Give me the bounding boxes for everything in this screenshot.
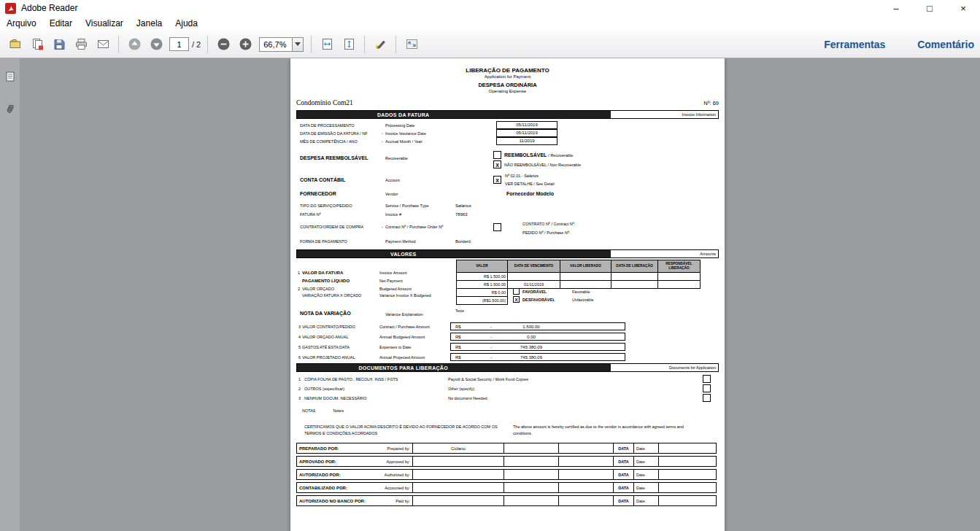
ferramentas-button[interactable]: Ferramentas [824, 39, 885, 50]
close-button[interactable]: × [946, 0, 980, 16]
accounted-by-row: CONTABILIZADO POR:Accounted by: DATA Dat… [296, 482, 719, 493]
comentario-button[interactable]: Comentário [917, 39, 974, 50]
email-button[interactable] [93, 34, 113, 55]
document-row-payroll: 1 CÓPIA FOLHA DE PAGTO., RECOLH. INSS / … [296, 374, 719, 384]
fit-page-icon [342, 37, 356, 51]
maximize-button[interactable]: □ [913, 0, 946, 16]
sign-pen-icon [374, 37, 387, 51]
accrual-month-row: MÊS DE COMPETÊNCIA / ANO - Accrual Month… [296, 137, 719, 145]
menu-ajuda[interactable]: Ajuda [169, 18, 204, 28]
zoom-dropdown-button[interactable] [292, 38, 303, 51]
navigation-pane-strip [0, 58, 20, 531]
no-document-checkbox [703, 394, 711, 402]
prepared-by-name: Ciclano [413, 443, 504, 454]
menu-editar[interactable]: Editar [43, 18, 79, 28]
annual-budget-row: 4 VALOR ORÇADO ANUAL Annual Budgeted Amo… [296, 333, 719, 341]
attachments-panel-button[interactable] [0, 98, 20, 120]
pdf-copy-icon [31, 37, 45, 51]
previous-page-button[interactable] [124, 34, 144, 55]
envelope-icon [96, 37, 110, 51]
zoom-level-combo[interactable]: 66,7% [259, 37, 304, 52]
accrual-month-value: 11/2019 [496, 137, 557, 145]
approved-by-row: APROVADO POR:Approved by: DATA Date: [296, 456, 719, 467]
payment-method-value: Borderô [455, 239, 471, 244]
toolbar-separator [311, 36, 312, 53]
pdf-copy-button[interactable] [27, 34, 47, 55]
toolbar-separator [207, 36, 208, 53]
budgeted-amount-value: R$ 0,00 [457, 289, 508, 297]
toolbar: / 2 66,7% Ferramentas Comentário [0, 31, 980, 58]
notes-row: NOTAS Notes [296, 407, 719, 414]
favoravel-checkbox [513, 288, 520, 295]
prepared-by-row: PREPARADO POR:Prepared by: Ciclano DATA … [296, 443, 719, 454]
document-area: LIBERAÇÃO DE PAGAMENTO Application for P… [0, 58, 980, 531]
contract-amount-value: 1.500,00 [502, 325, 560, 329]
next-page-button[interactable] [146, 34, 166, 55]
section-header-documentos: DOCUMENTOS PARA LIBERAÇÃO Documents for … [296, 363, 719, 372]
vendor-name: Fornecedor Modelo [506, 191, 554, 196]
zoom-in-button[interactable] [235, 34, 255, 55]
amounts-grid: 1 VALOR DA FATURA Invoice Amount PAGAMEN… [296, 258, 719, 304]
menu-arquivo[interactable]: Arquivo [0, 18, 43, 28]
zoom-level-value: 66,7% [260, 40, 292, 49]
menu-janela[interactable]: Janela [130, 18, 169, 28]
window-title: Adobe Reader [21, 3, 77, 13]
sign-button[interactable] [370, 34, 390, 55]
annual-projected-value: 745.380,09 [502, 355, 560, 360]
toolbar-separator [396, 36, 396, 53]
printer-icon [74, 37, 88, 51]
minimize-button[interactable]: – [879, 0, 913, 16]
fit-width-button[interactable] [317, 34, 337, 55]
page-number-input[interactable] [169, 37, 189, 51]
floppy-save-icon [53, 37, 66, 51]
desfavoravel-checkbox: X [513, 296, 520, 303]
service-type-row: TIPO DO SERVIÇO/PEDIDO Service / Purchas… [296, 201, 719, 210]
variance-note-value: Teste [455, 309, 464, 313]
issuance-date-value: 05/11/2019 [496, 129, 557, 137]
page-thumbnails-panel-button[interactable] [0, 66, 20, 88]
other-checkbox [703, 384, 711, 392]
form-title: LIBERAÇÃO DE PAGAMENTO [296, 67, 719, 74]
fullscreen-button[interactable] [401, 34, 422, 55]
signature-table: PREPARADO POR:Prepared by: Ciclano DATA … [296, 443, 719, 506]
payment-method-row: FORMA DE PAGAMENTO Payment Method Border… [296, 237, 719, 246]
variance-value: (R$1.500,00) [457, 297, 508, 305]
title-bar: Adobe Reader – □ × [0, 0, 980, 16]
paperclip-icon [4, 103, 16, 115]
fit-width-icon [320, 37, 334, 51]
open-folder-icon [9, 37, 23, 51]
adobe-reader-icon [5, 3, 16, 14]
expenses-to-date-value: 745.380,09 [502, 345, 560, 349]
reembolsavel-checkbox [493, 151, 501, 159]
zoom-out-button[interactable] [213, 34, 234, 55]
fullscreen-icon [405, 37, 419, 51]
menu-bar: Arquivo Editar Visualizar Janela Ajuda [0, 16, 980, 31]
chevron-down-icon [295, 42, 301, 46]
account-row: CONTA CONTÁBIL Account X Nº 02.01 - Salá… [296, 174, 719, 186]
contract-amount-row: 3 VALOR CONTRATO/PEDIDO Contract / Purch… [296, 322, 719, 330]
certification-text: CERTIFICAMOS QUE O VALOR ACIMA DESCRITO … [296, 424, 719, 437]
recoverable-row: DESPESA REEMBOLSÁVEL Recoverable REEMBOL… [296, 150, 719, 169]
variance-note-row: NOTA DA VARIAÇÃO Variance Explanation Te… [296, 309, 719, 317]
paid-by-row: AUTORIZADO NO BANCO POR:Paid by: DATA Da… [296, 495, 719, 506]
contract-checkbox [493, 223, 501, 231]
page-count-label: / 2 [192, 40, 201, 49]
payroll-copy-checkbox [703, 375, 711, 383]
open-button[interactable] [5, 34, 26, 55]
invoice-number-value: 78963 [455, 212, 468, 217]
issuance-date-row: DATA DE EMISSÃO DA FATURA / NF - Invoice… [296, 129, 719, 137]
variance-direction: FAVORÁVEL Favorable X DESFAVORÁVEL Unfav… [513, 287, 594, 303]
condominio-name: Condomínio Com21 [296, 99, 353, 106]
print-button[interactable] [71, 34, 91, 55]
processing-date-value: 05/11/2019 [496, 121, 557, 129]
annual-budget-value: 0,00 [502, 335, 560, 339]
authorized-by-row: AUTORIZADO POR:Authorized by: DATA Date: [296, 469, 719, 480]
invoice-amount-row: R$ 1.500,00 [457, 273, 701, 281]
nao-reembolsavel-checkbox: X [493, 160, 501, 168]
document-row-other: 2 OUTROS (especificar) Other (specify) [296, 384, 719, 393]
form-number: Nº: 69 [703, 100, 719, 106]
save-button[interactable] [49, 34, 69, 55]
menu-visualizar[interactable]: Visualizar [79, 18, 130, 28]
toolbar-separator [364, 36, 365, 53]
fit-page-button[interactable] [339, 34, 359, 55]
